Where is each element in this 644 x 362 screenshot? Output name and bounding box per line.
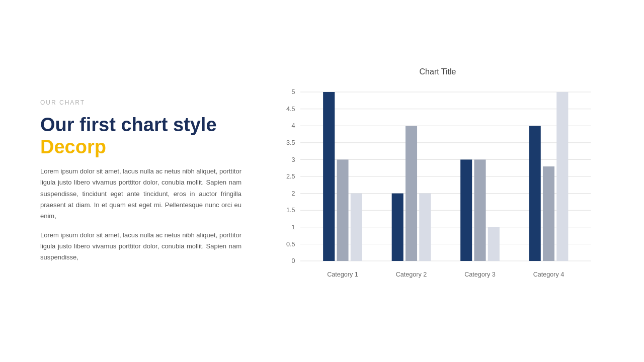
- chart-area: 5 4.5 4 3.5 3 2.5 2 1.5 1 0.5 0 Categor: [272, 81, 604, 295]
- svg-text:1: 1: [291, 224, 295, 231]
- svg-text:0.5: 0.5: [286, 241, 295, 248]
- bar-cat3-s1: [460, 159, 472, 261]
- chart-title: Chart Title: [420, 67, 456, 76]
- body-text-1: Lorem ipsum dolor sit amet, lacus nulla …: [40, 166, 242, 221]
- body-text-2: Lorem ipsum dolor sit amet, lacus nulla …: [40, 230, 242, 263]
- right-panel: Chart Title 5 4.: [272, 30, 604, 332]
- svg-text:Category 1: Category 1: [327, 272, 358, 279]
- bar-cat1-s2: [337, 159, 348, 261]
- svg-text:1.5: 1.5: [286, 207, 295, 214]
- bar-cat3-s3: [488, 227, 500, 261]
- bar-cat1-s3: [351, 194, 362, 261]
- svg-text:5: 5: [291, 88, 295, 96]
- bar-cat4-s1: [529, 126, 541, 261]
- svg-text:3: 3: [291, 156, 295, 163]
- svg-text:Category 4: Category 4: [533, 272, 565, 279]
- svg-text:0: 0: [291, 257, 295, 264]
- svg-text:4: 4: [291, 122, 295, 129]
- section-label: OUR CHART: [40, 99, 242, 106]
- bar-cat4-s3: [556, 92, 568, 261]
- left-panel: OUR CHART Our first chart style Decorp L…: [40, 99, 242, 263]
- title-normal: Our first chart style: [40, 114, 217, 135]
- svg-text:4.5: 4.5: [286, 106, 295, 113]
- bar-cat4-s2: [543, 166, 554, 261]
- bar-cat1-s1: [323, 92, 335, 261]
- svg-text:Category 2: Category 2: [396, 272, 427, 279]
- bar-chart: 5 4.5 4 3.5 3 2.5 2 1.5 1 0.5 0 Categor: [272, 81, 604, 293]
- svg-text:2.5: 2.5: [286, 173, 295, 180]
- title-highlight: Decorp: [40, 136, 106, 157]
- svg-text:Category 3: Category 3: [464, 272, 496, 279]
- bar-cat2-s2: [406, 126, 417, 261]
- bar-cat3-s2: [474, 159, 486, 261]
- bar-cat2-s3: [419, 194, 431, 261]
- svg-text:3.5: 3.5: [286, 139, 295, 146]
- svg-text:2: 2: [291, 190, 295, 197]
- main-title: Our first chart style Decorp: [40, 114, 242, 158]
- bar-cat2-s1: [392, 194, 404, 261]
